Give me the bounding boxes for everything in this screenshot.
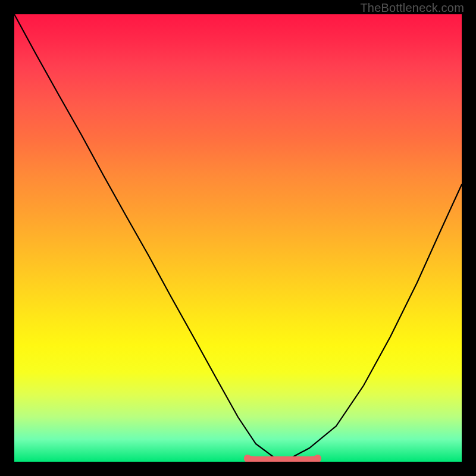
- plot-background-gradient: [14, 14, 462, 462]
- figure-frame: TheBottleneck.com: [0, 0, 476, 476]
- watermark-text: TheBottleneck.com: [360, 1, 464, 15]
